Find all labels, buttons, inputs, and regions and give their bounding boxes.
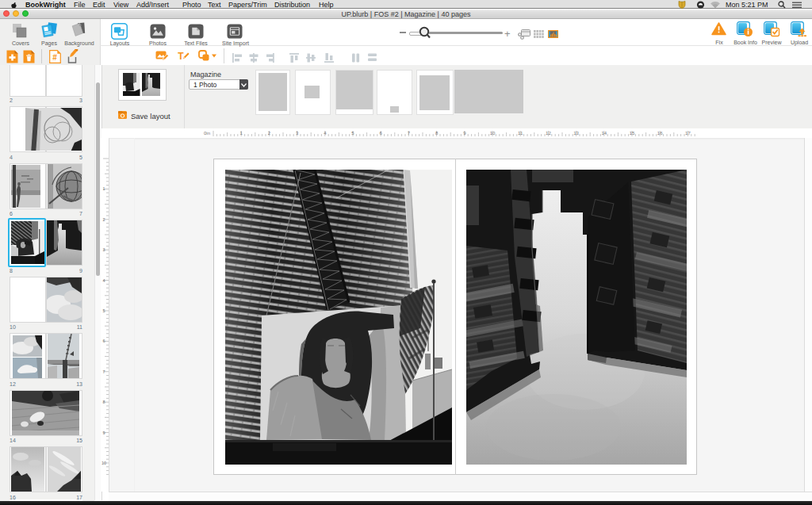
svg-text:2: 2 xyxy=(268,131,271,136)
svg-text:7: 7 xyxy=(408,131,411,136)
svg-text:4: 4 xyxy=(102,278,105,283)
svg-text:16: 16 xyxy=(657,131,663,136)
svg-text:13: 13 xyxy=(573,131,579,136)
svg-text:T: T xyxy=(178,51,184,62)
svg-text:1: 1 xyxy=(240,131,243,136)
svg-text:5: 5 xyxy=(102,308,105,313)
svg-text:7: 7 xyxy=(102,369,105,374)
svg-text:9: 9 xyxy=(102,430,105,435)
svg-text:5: 5 xyxy=(351,131,354,136)
svg-text:15: 15 xyxy=(630,131,635,136)
svg-text:#: # xyxy=(52,53,57,62)
svg-text:6: 6 xyxy=(380,131,383,136)
svg-text:1: 1 xyxy=(102,186,105,191)
svg-text:3: 3 xyxy=(296,131,299,136)
svg-text:8: 8 xyxy=(102,400,105,404)
svg-text:4: 4 xyxy=(324,131,327,136)
svg-text:2: 2 xyxy=(102,217,105,222)
svg-text:12: 12 xyxy=(546,131,551,136)
svg-text:14: 14 xyxy=(601,131,607,136)
svg-text:3: 3 xyxy=(102,247,105,252)
svg-text:10: 10 xyxy=(102,461,106,465)
svg-text:10: 10 xyxy=(490,131,496,136)
svg-text:8: 8 xyxy=(435,131,439,136)
svg-text:17: 17 xyxy=(685,131,691,136)
svg-text:0in: 0in xyxy=(204,131,210,136)
svg-text:6: 6 xyxy=(102,339,105,343)
svg-text:9: 9 xyxy=(463,131,466,136)
svg-text:11: 11 xyxy=(518,131,523,136)
